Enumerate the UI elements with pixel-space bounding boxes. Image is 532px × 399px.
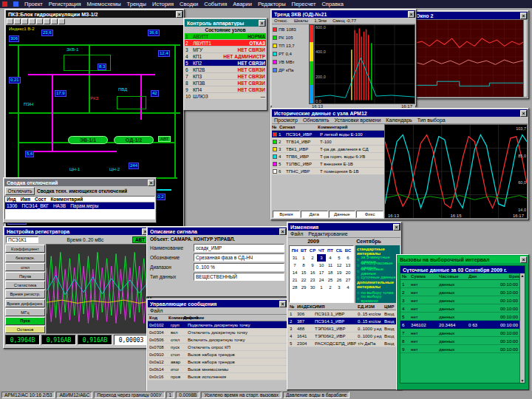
toolbar-button[interactable]	[21, 18, 28, 24]
message-row[interactable]: 0x0c16 пров Вызов исполнения	[148, 373, 287, 381]
shutdown-row-selected[interactable]: 1306 ПСЭ14_ВКГ НАЗВ Парам.меры	[5, 202, 154, 209]
calendar-day[interactable]: 31	[290, 254, 299, 262]
recorder-button[interactable]: Пауза	[5, 272, 45, 280]
pump-button-1[interactable]: ЭВ-1/1	[68, 136, 108, 144]
calendar-day[interactable]: 11	[326, 262, 335, 269]
legend-row[interactable]: УВ МВт	[273, 58, 308, 66]
stop-button[interactable]: Останов	[5, 326, 45, 333]
signal-row[interactable]: 1 ПСЭ14_ИВР Р легкой воды Е-100	[272, 131, 384, 138]
calendar-day[interactable]: 3	[335, 284, 344, 291]
toolbar-button[interactable]	[44, 18, 50, 24]
calendar-day[interactable]: 19	[335, 269, 344, 276]
node-row[interactable]: 6 КП2В НЕТ СВЯЗИ	[185, 66, 266, 73]
legend-row[interactable]: РТ 0,4	[273, 50, 308, 58]
month-label[interactable]: Сентябрь	[356, 239, 381, 244]
auto-mode-badge[interactable]: АВТ	[158, 136, 171, 142]
daily-row[interactable]: 7 нет данных 00:10:00	[400, 329, 519, 337]
menu-item[interactable]: События	[204, 1, 227, 7]
daily-row[interactable]: 3 нет данных 00:10:00	[400, 296, 519, 304]
signal-row[interactable]: 3 ТВК1_ИВР Т-ра дв. давления в СД	[272, 146, 384, 153]
footer-field[interactable]: Данные	[329, 211, 356, 218]
calendar-day[interactable]: 9	[308, 262, 317, 269]
calendar-day[interactable]: 12	[335, 262, 344, 269]
daily-row[interactable]: 4 нет данных 00:10:00	[400, 304, 519, 313]
calendar-day[interactable]: 13	[344, 262, 352, 269]
calendar-day[interactable]: 27	[344, 276, 352, 284]
calendar-day[interactable]: 18	[326, 269, 335, 276]
legend-row[interactable]: РК 105	[273, 33, 308, 41]
toolbar-button[interactable]	[51, 18, 58, 24]
close-icon[interactable]: ×	[176, 11, 183, 18]
signal-row[interactable]: 2 ТГВ14_ИВР Т-100	[272, 138, 384, 146]
node-row[interactable]: 1 АВУПТ НОРМА	[185, 33, 266, 40]
field-value[interactable]: 0..100 %	[194, 263, 284, 271]
calendar-day[interactable]: 1	[317, 284, 326, 291]
menu-item[interactable]: Обновлять	[303, 117, 330, 123]
signal-row[interactable]: 5 Т1ПВС_ИВР Т внешняя Е-1В	[272, 160, 384, 168]
recorder-button[interactable]: Время регистр.	[5, 290, 45, 298]
point-row[interactable]: 2 387 ПСЭ14.1_ИВР 0..15 кгс/см Вход	[288, 318, 400, 325]
calendar-day[interactable]: 25	[326, 276, 335, 284]
calendar-day[interactable]: 20	[344, 269, 352, 276]
close-icon[interactable]: ×	[408, 11, 415, 18]
start-button[interactable]: Пуск	[5, 317, 45, 324]
calendar-day[interactable]: 2	[326, 284, 335, 291]
menu-item[interactable]: Файл	[150, 308, 163, 313]
calendar-day[interactable]: 4	[326, 254, 335, 262]
footer-field[interactable]: Время	[273, 211, 300, 218]
recorder-button[interactable]: Коэффициент	[5, 245, 45, 253]
close-icon[interactable]: ×	[279, 228, 286, 235]
menu-item[interactable]: Тренды	[127, 1, 146, 7]
point-row[interactable]: 4 1641 ТЭП06К2_ИВР 0..1000 у.ед Вход	[288, 332, 400, 340]
legend-row[interactable]: ТП 13,7	[273, 41, 308, 50]
menu-item[interactable]: Установки времени	[334, 117, 381, 123]
menu-item[interactable]: Календарь	[386, 117, 412, 123]
calendar-day[interactable]: 17	[317, 269, 326, 276]
close-icon[interactable]: ×	[148, 180, 154, 186]
recorder-button[interactable]: Время дифферен.	[5, 299, 45, 307]
close-icon[interactable]: ×	[520, 256, 527, 263]
calendar-day[interactable]: 10	[317, 262, 326, 269]
menu-item[interactable]: Тип выбора	[417, 117, 446, 123]
calendar-day[interactable]: 15	[299, 269, 308, 276]
legend-row[interactable]: ДР кПа	[273, 66, 308, 74]
calendar-day[interactable]: 29	[299, 284, 308, 291]
message-row[interactable]: 0x0b14 итог Вызов мнемосхемы	[148, 366, 287, 373]
daily-row[interactable]: 2 нет данных 00:10:00	[400, 288, 519, 296]
calendar-day[interactable]: 7	[290, 262, 299, 269]
menu-item[interactable]: Сводки	[180, 1, 198, 7]
recorder-button[interactable]: откл	[5, 263, 45, 271]
point-row[interactable]: 3 488 ТЭП06К1_ИВР 0..1000 у.ед Вход	[288, 325, 400, 332]
daily-row[interactable]: 1 нет данных 00:10:00	[400, 280, 519, 288]
calendar-day[interactable]: 2	[308, 254, 317, 262]
calendar-day[interactable]: 6	[344, 254, 352, 262]
scrollbar[interactable]: ▲▼	[519, 273, 525, 383]
field-value[interactable]: Срезанная фаза в СД-НЧ	[194, 253, 284, 262]
menu-item[interactable]: Мнемосхемы	[87, 1, 121, 7]
auto-badge[interactable]: АВТ	[132, 236, 148, 243]
close-icon[interactable]: ×	[279, 301, 286, 307]
calendar-day[interactable]: 1	[299, 254, 308, 262]
calendar-day[interactable]: 14	[290, 269, 299, 276]
scrollbar[interactable]	[523, 20, 527, 97]
node-row[interactable]: 2 ЛВУПТ1 ОТКАЗ	[185, 40, 266, 47]
recorder-button[interactable]: Статистика	[5, 281, 45, 289]
footer-field[interactable]: Дата	[301, 211, 328, 218]
menu-item[interactable]: Регистрация	[49, 1, 81, 7]
field-value[interactable]: ВЕЩЕСТВЕННЫЙ	[194, 273, 284, 281]
menu-item[interactable]: Файл	[290, 231, 303, 236]
menu-item[interactable]: Проект	[24, 1, 43, 7]
close-icon[interactable]: ×	[259, 20, 265, 27]
menu-item[interactable]: Аварии	[233, 1, 252, 7]
calendar-day[interactable]: 28	[290, 284, 299, 291]
calendar-day[interactable]: 21	[290, 276, 299, 284]
node-row[interactable]: 9 КП4 НЕТ СВЯЗИ	[185, 86, 266, 93]
close-icon[interactable]: ×	[520, 110, 527, 117]
recorder-button[interactable]: МГц	[5, 308, 45, 316]
node-row[interactable]: 10 ШЛЮЗ —	[185, 93, 266, 100]
calendar-day[interactable]: 5	[335, 254, 344, 262]
node-row[interactable]: 3 МГУ НЕТ СВЯЗИ	[185, 47, 266, 53]
node-row[interactable]: 4 КП1 НЕТ АДМИНИСТР	[185, 53, 266, 60]
menu-item[interactable]: История	[152, 1, 174, 7]
point-row[interactable]: 1 306 ПСЭ13.1_ИВР 0..15 кгс/см Вход	[288, 310, 400, 318]
